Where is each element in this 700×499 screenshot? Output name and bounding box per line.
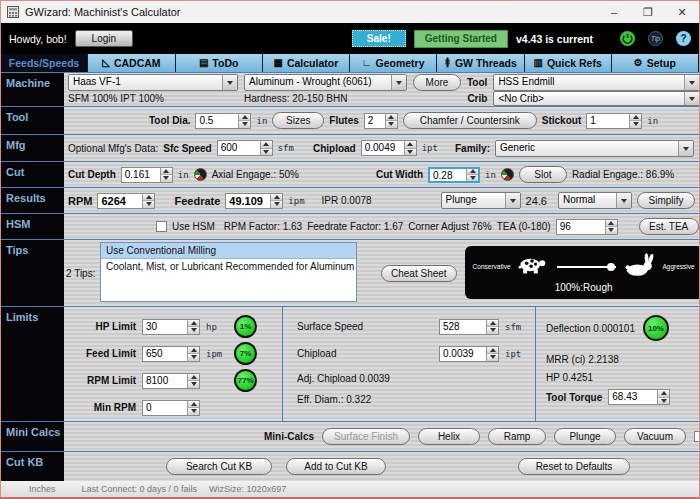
spin-down-icon[interactable] [630,121,641,128]
tab-cadcam[interactable]: ◺CADCAM [88,54,175,72]
stickout-spinner[interactable]: 1 [586,113,642,129]
spin-up-icon[interactable] [487,320,498,328]
tab-geometry[interactable]: ∟Geometry [350,54,437,72]
spin-down-icon[interactable] [405,149,416,156]
spin-up-icon[interactable] [188,374,199,382]
list-item[interactable]: Use Conventional Milling [101,243,356,259]
tea-spinner[interactable]: 96 [556,219,618,235]
spin-up-icon[interactable] [161,168,172,176]
flutes-spinner[interactable]: 2 [364,113,398,129]
chevron-down-icon[interactable] [684,75,699,90]
rpm-limit-spinner[interactable]: 8100 [142,373,200,389]
spin-down-icon[interactable] [658,398,669,405]
spin-down-icon[interactable] [386,121,397,128]
tool-dia-spinner[interactable]: 0.5 [195,113,251,129]
spin-up-icon[interactable] [188,401,199,409]
tab-setup[interactable]: ⚙Setup [612,54,699,72]
spin-down-icon[interactable] [161,175,172,182]
spin-up-icon[interactable] [261,141,272,149]
spin-down-icon[interactable] [487,354,498,361]
tab-quick-refs[interactable]: ▥Quick Refs [525,54,612,72]
tip-icon[interactable]: Tip [648,31,663,46]
spin-down-icon[interactable] [271,201,282,208]
getting-started-button[interactable]: Getting Started [414,30,508,48]
spin-down-icon[interactable] [606,227,617,234]
machine-select[interactable]: Haas VF-1 [68,74,238,91]
spin-up-icon[interactable] [143,194,154,202]
tool-type-select[interactable]: HSS Endmill [493,74,700,91]
spin-up-icon[interactable] [239,114,250,122]
vacuum-button[interactable]: Vacuum [624,428,686,445]
spin-up-icon[interactable] [405,141,416,149]
power-icon[interactable] [620,31,635,46]
material-select[interactable]: Aluminum - Wrought (6061) [244,74,407,91]
tab-todo[interactable]: ▤ToDo [176,54,263,72]
close-button[interactable]: ✕ [665,1,699,23]
reset-to-defaults-button[interactable]: Reset to Defaults [518,458,630,475]
feed-limit-spinner[interactable]: 650 [142,346,200,362]
spin-up-icon[interactable] [487,347,498,355]
mode-select[interactable]: Normal [558,192,632,209]
tsc-checkbox[interactable] [694,431,700,442]
spin-up-icon[interactable] [188,320,199,328]
add-to-cut-kb-button[interactable]: Add to Cut KB [286,458,386,475]
tab-calculator[interactable]: ▦Calculator [263,54,350,72]
spin-up-icon[interactable] [386,114,397,122]
spin-down-icon[interactable] [188,327,199,334]
plunge-select[interactable]: Plunge [441,192,521,209]
spin-down-icon[interactable] [261,149,272,156]
slot-button[interactable]: Slot [519,166,567,183]
spin-up-icon[interactable] [606,220,617,228]
search-cut-kb-button[interactable]: Search Cut KB [166,458,272,475]
hp-limit-spinner[interactable]: 30 [142,319,200,335]
more-button[interactable]: More [413,74,461,91]
login-button[interactable]: Login [75,30,133,47]
rpm-spinner[interactable]: 6264 [97,193,155,209]
use-hsm-checkbox[interactable] [156,221,167,232]
feedrate-spinner[interactable]: 49.109 [225,193,283,209]
chevron-down-icon[interactable] [222,75,237,90]
chevron-down-icon[interactable] [684,92,699,105]
spin-down-icon[interactable] [188,408,199,415]
slider-handle[interactable] [607,263,615,271]
spin-up-icon[interactable] [188,347,199,355]
crib-select[interactable]: <No Crib> [493,91,700,106]
tab-gw-threads[interactable]: GW Threads [437,54,524,72]
sizes-button[interactable]: Sizes [272,112,324,129]
spin-down-icon[interactable] [143,201,154,208]
spin-down-icon[interactable] [467,175,478,181]
spin-up-icon[interactable] [271,194,282,202]
family-select[interactable]: Generic [495,140,694,157]
tool-torque-spinner[interactable]: 68.43 [608,389,670,405]
cut-depth-spinner[interactable]: 0.161 [121,167,173,183]
surface-speed-spinner[interactable]: 528 [439,319,499,335]
tab-feeds-speeds[interactable]: Feeds/Speeds [1,54,88,72]
est-tea-button[interactable]: Est. TEA [639,218,699,235]
tips-list[interactable]: Use Conventional Milling Coolant, Mist, … [100,242,357,302]
spin-down-icon[interactable] [188,354,199,361]
mfg-chipload-spinner[interactable]: 0.0049 [361,140,417,156]
aggressiveness-slider-track[interactable] [557,266,617,268]
spin-down-icon[interactable] [487,327,498,334]
chevron-down-icon[interactable] [505,193,520,208]
min-rpm-spinner[interactable]: 0 [142,400,200,416]
simplify-button[interactable]: Simplify [637,192,695,209]
cut-width-spinner[interactable]: 0.28 [428,167,480,183]
sfc-speed-spinner[interactable]: 600 [217,140,273,156]
spin-down-icon[interactable] [239,121,250,128]
plunge-button[interactable]: Plunge [554,428,616,445]
spin-up-icon[interactable] [630,114,641,122]
list-item[interactable]: Coolant, Mist, or Lubricant Recommended … [101,259,356,274]
spin-down-icon[interactable] [188,381,199,388]
chevron-down-icon[interactable] [678,141,693,156]
cheat-sheet-button[interactable]: Cheat Sheet [381,265,457,282]
ramp-button[interactable]: Ramp [488,428,546,445]
chamfer-countersink-button[interactable]: Chamfer / Countersink [403,112,537,129]
sale-button[interactable]: Sale! [352,30,406,47]
help-icon[interactable]: ? [676,31,691,46]
chevron-down-icon[interactable] [616,193,631,208]
minimize-button[interactable]: – [597,1,631,23]
chipload-result-spinner[interactable]: 0.0039 [439,346,499,362]
maximize-button[interactable]: ❐ [631,1,665,23]
spin-up-icon[interactable] [658,390,669,398]
